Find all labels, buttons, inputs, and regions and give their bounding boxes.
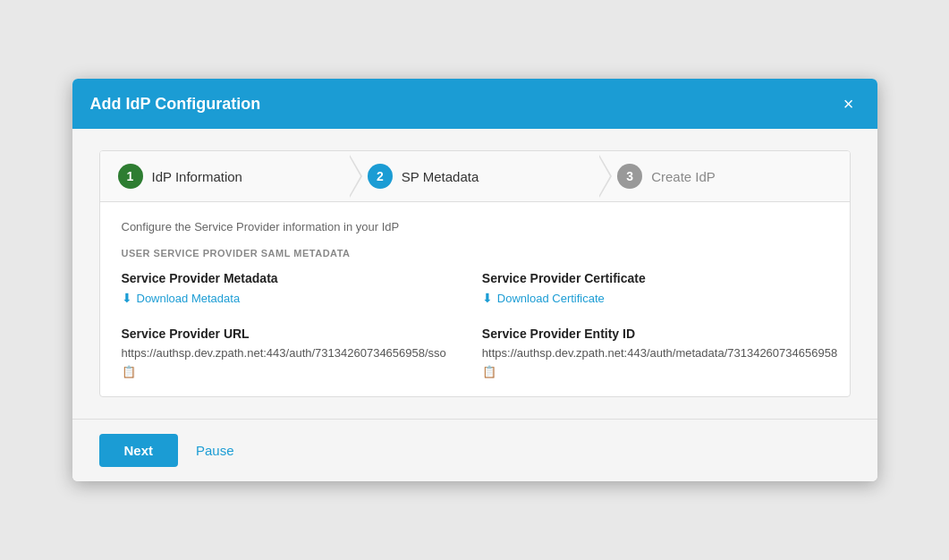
- step-3[interactable]: 3 Create IdP: [599, 151, 849, 201]
- step-3-number: 3: [617, 164, 642, 189]
- sp-url-text: https://authsp.dev.zpath.net:443/auth/73…: [122, 346, 446, 360]
- modal-container: Add IdP Configuration × 1 IdP Informatio…: [0, 0, 949, 560]
- download-metadata-link[interactable]: ⬇ Download Metadata: [122, 291, 446, 305]
- modal-footer: Next Pause: [72, 419, 877, 481]
- step-2-label: SP Metadata: [402, 169, 479, 184]
- stepper: 1 IdP Information 2 SP Metadata 3 Create…: [100, 151, 850, 202]
- step-description: Configure the Service Provider informati…: [122, 220, 828, 233]
- info-grid: Service Provider Metadata ⬇ Download Met…: [122, 271, 828, 378]
- section-header: USER SERVICE PROVIDER SAML METADATA: [122, 248, 828, 259]
- pause-button[interactable]: Pause: [192, 434, 238, 467]
- sp-metadata-item: Service Provider Metadata ⬇ Download Met…: [122, 271, 446, 305]
- download-certificate-text: Download Certificate: [497, 292, 605, 305]
- download-metadata-text: Download Metadata: [137, 292, 241, 305]
- sp-entity-copy-icon[interactable]: 📋: [482, 365, 496, 378]
- modal-title: Add IdP Configuration: [90, 95, 261, 114]
- step-1-number: 1: [118, 164, 143, 189]
- download-certificate-link[interactable]: ⬇ Download Certificate: [482, 291, 837, 305]
- modal-header: Add IdP Configuration ×: [72, 79, 877, 129]
- sp-url-label: Service Provider URL: [122, 327, 446, 341]
- modal: Add IdP Configuration × 1 IdP Informatio…: [72, 79, 877, 481]
- step-content: Configure the Service Provider informati…: [100, 202, 850, 396]
- sp-certificate-item: Service Provider Certificate ⬇ Download …: [482, 271, 837, 305]
- step-2[interactable]: 2 SP Metadata: [350, 151, 599, 201]
- sp-entity-text: https://authsp.dev.zpath.net:443/auth/me…: [482, 346, 837, 360]
- step-1-label: IdP Information: [152, 169, 242, 184]
- sp-certificate-label: Service Provider Certificate: [482, 271, 837, 285]
- download-certificate-icon: ⬇: [482, 291, 493, 305]
- sp-url-copy-icon[interactable]: 📋: [122, 365, 136, 378]
- sp-metadata-label: Service Provider Metadata: [122, 271, 446, 285]
- sp-url-value: https://authsp.dev.zpath.net:443/auth/73…: [122, 346, 446, 378]
- step-1[interactable]: 1 IdP Information: [100, 151, 350, 201]
- sp-url-item: Service Provider URL https://authsp.dev.…: [122, 327, 446, 378]
- close-button[interactable]: ×: [838, 93, 860, 115]
- modal-body: 1 IdP Information 2 SP Metadata 3 Create…: [72, 129, 877, 419]
- sp-entity-label: Service Provider Entity ID: [482, 327, 837, 341]
- sp-entity-item: Service Provider Entity ID https://auths…: [482, 327, 837, 378]
- sp-entity-value: https://authsp.dev.zpath.net:443/auth/me…: [482, 346, 837, 378]
- next-button[interactable]: Next: [99, 434, 179, 467]
- step-3-label: Create IdP: [651, 169, 716, 184]
- download-metadata-icon: ⬇: [122, 291, 132, 305]
- steps-card: 1 IdP Information 2 SP Metadata 3 Create…: [99, 150, 851, 397]
- step-2-number: 2: [368, 164, 393, 189]
